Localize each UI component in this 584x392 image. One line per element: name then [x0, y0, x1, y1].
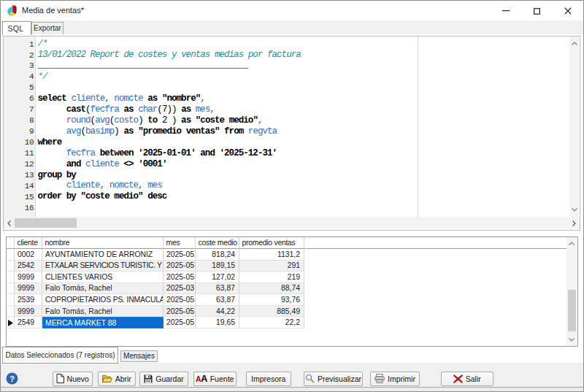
svg-text:?: ? [9, 374, 15, 383]
